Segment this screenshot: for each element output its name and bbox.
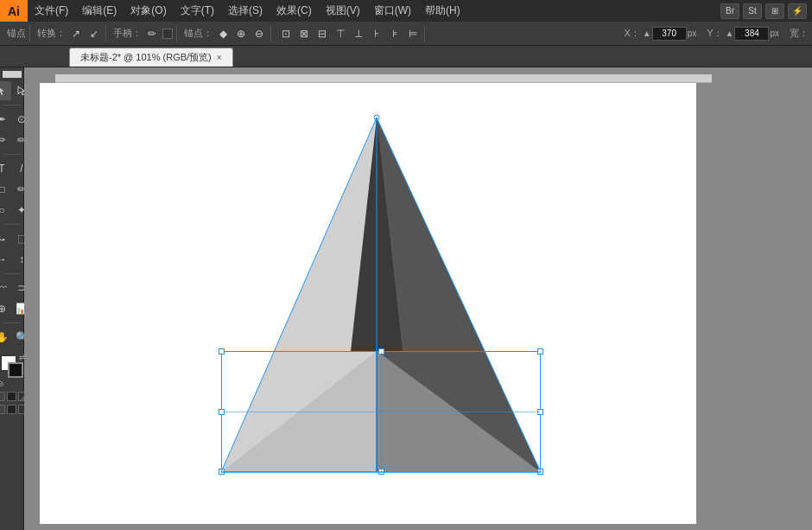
menu-select[interactable]: 选择(S) [221, 0, 270, 22]
screen-mode1[interactable] [0, 405, 5, 414]
menu-file[interactable]: 文件(F) [28, 0, 75, 22]
anchor2-label: 锚点： [184, 27, 213, 40]
stroke-color[interactable] [8, 362, 23, 378]
menu-right-icons: Br St ⊞ ⚡ [720, 3, 812, 19]
grid-icon[interactable]: ⊞ [765, 3, 784, 19]
scale-tool[interactable]: ↔ [0, 250, 11, 269]
ai-logo: Ai [0, 0, 28, 22]
stock-icon[interactable]: St [743, 3, 762, 19]
convert-label: 转换： [37, 27, 66, 40]
outline-view-btn[interactable] [7, 392, 16, 401]
align-bottom[interactable]: ⊦ [369, 26, 384, 42]
ellipse-tool[interactable]: ○ [0, 201, 11, 220]
anchor2-tool2[interactable]: ⊕ [233, 26, 249, 42]
pen-tool[interactable]: ✒ [0, 110, 11, 129]
align-distribute2[interactable]: ⊨ [405, 26, 421, 42]
menu-text[interactable]: 文字(T) [174, 0, 221, 22]
convert-tool2[interactable]: ↙ [86, 26, 102, 42]
convert-tool1[interactable]: ↗ [68, 26, 84, 42]
lightning-icon[interactable]: ⚡ [788, 3, 807, 19]
type-tool[interactable]: T [0, 159, 11, 178]
handle-label: 手柄： [113, 27, 142, 40]
ruler-corner [3, 71, 22, 78]
handle-section: 手柄： ✏ [110, 25, 177, 42]
x-label: X： [624, 27, 639, 40]
anchor-label: 锚点 [7, 27, 26, 40]
canvas[interactable] [40, 83, 696, 524]
align-top[interactable]: ⊤ [333, 26, 348, 42]
menu-help[interactable]: 帮助(H) [418, 0, 467, 22]
none-color[interactable]: ⊘ [0, 380, 4, 388]
handle-swatch[interactable] [162, 29, 173, 39]
width-coord-group: 宽： [790, 27, 809, 40]
sep4 [3, 273, 21, 274]
bridge-icon[interactable]: Br [720, 3, 739, 19]
select-tool[interactable] [0, 81, 11, 100]
spacer [428, 25, 620, 42]
anchor2-tool1[interactable]: ◆ [215, 26, 231, 42]
x-unit: px [688, 29, 697, 38]
tab-bar: 未标题-2* @ 101% (RGB/预览) × [0, 46, 812, 67]
menu-edit[interactable]: 编辑(E) [75, 0, 124, 22]
menu-effect[interactable]: 效果(C) [270, 0, 319, 22]
x-input[interactable] [652, 27, 687, 41]
normal-view-btn[interactable] [0, 392, 5, 401]
artwork-svg [40, 83, 696, 524]
sep2 [3, 154, 21, 155]
tab-close-button[interactable]: × [217, 53, 222, 62]
menu-window[interactable]: 窗口(W) [367, 0, 418, 22]
x-coord-group: X： ▲ px [624, 27, 696, 41]
width-label: 宽： [790, 27, 809, 40]
tab-title: 未标题-2* @ 101% (RGB/预览) [80, 51, 212, 64]
sep3 [3, 224, 21, 225]
align-right[interactable]: ⊟ [314, 26, 330, 42]
sep5 [3, 322, 21, 323]
canvas-area[interactable] [24, 67, 812, 530]
color-swatches: ⇌ ⊘ [1, 355, 23, 378]
anchor-section: 锚点 [3, 25, 30, 42]
menu-items: 文件(F) 编辑(E) 对象(O) 文字(T) 选择(S) 效果(C) 视图(V… [28, 0, 467, 22]
menu-bar: Ai 文件(F) 编辑(E) 对象(O) 文字(T) 选择(S) 效果(C) 视… [0, 0, 812, 22]
main-area: ✒ ⊙ ✏ ✏ T / □ ✏ ○ ✦ ⤿ ⬚ ↔ ↕ [0, 67, 812, 530]
anchor2-section: 锚点： ◆ ⊕ ⊖ [181, 25, 271, 42]
handle-tool1[interactable]: ✏ [144, 26, 160, 42]
y-label: Y： [707, 27, 722, 40]
ruler-top [55, 74, 712, 83]
menu-view[interactable]: 视图(V) [319, 0, 367, 22]
rotate-tool[interactable]: ⤿ [0, 229, 11, 248]
convert-section: 转换： ↗ ↙ [34, 25, 106, 42]
screen-mode2[interactable] [7, 405, 16, 414]
toolbar: 锚点 转换： ↗ ↙ 手柄： ✏ 锚点： ◆ ⊕ ⊖ ⊡ ⊠ ⊟ ⊤ ⊥ ⊦ ⊧… [0, 22, 812, 46]
sep1 [3, 105, 21, 105]
rect-tool[interactable]: □ [0, 180, 11, 199]
slice-tool[interactable]: ✋ [0, 328, 11, 347]
pencil-tool[interactable]: ✏ [0, 131, 11, 150]
align-distribute1[interactable]: ⊧ [387, 26, 403, 42]
align-center[interactable]: ⊠ [296, 26, 312, 42]
warp-tool[interactable]: 〰 [0, 278, 11, 297]
y-unit: px [770, 29, 779, 38]
y-coord-group: Y： ▲ px [707, 27, 779, 41]
y-input[interactable] [734, 27, 769, 41]
left-toolbar: ✒ ⊙ ✏ ✏ T / □ ✏ ○ ✦ ⤿ ⬚ ↔ ↕ [0, 67, 24, 530]
document-tab[interactable]: 未标题-2* @ 101% (RGB/预览) × [69, 48, 233, 67]
symbol-tool[interactable]: ⊕ [0, 299, 11, 318]
align-middle[interactable]: ⊥ [351, 26, 366, 42]
anchor2-tool3[interactable]: ⊖ [251, 26, 267, 42]
menu-object[interactable]: 对象(O) [124, 0, 173, 22]
align-left[interactable]: ⊡ [278, 26, 294, 42]
align-section: ⊡ ⊠ ⊟ ⊤ ⊥ ⊦ ⊧ ⊨ [275, 25, 425, 42]
